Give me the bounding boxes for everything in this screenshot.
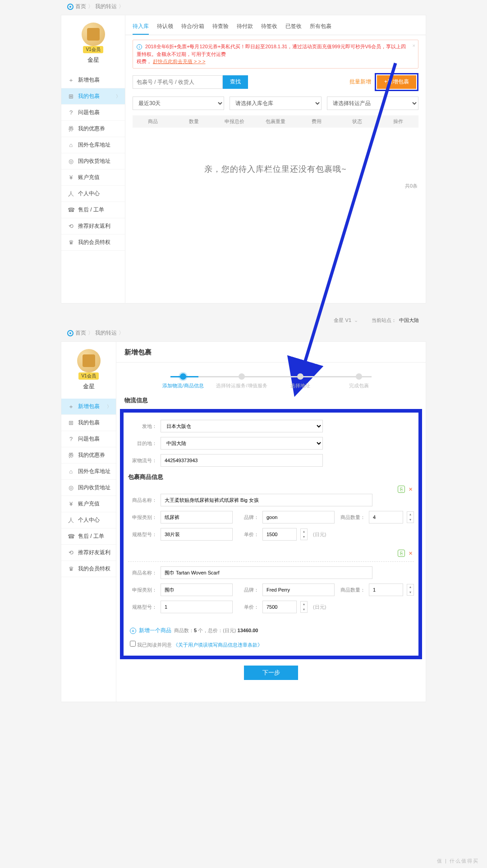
sidebar-item[interactable]: 人个人中心 — [61, 512, 116, 528]
next-button[interactable]: 下一步 — [244, 666, 298, 680]
agree-link[interactable]: 《关于用户填误填写商品信息违章条款》 — [173, 642, 262, 648]
qty-stepper[interactable]: ▴▾ — [407, 511, 414, 523]
sidebar-item[interactable]: ¥账户充值 — [61, 496, 116, 512]
sidebar-item[interactable]: ◎国内收货地址 — [61, 153, 125, 170]
sidebar-item[interactable]: ＋新增包裹〉 — [61, 399, 116, 415]
tracking-input[interactable] — [161, 454, 323, 467]
column-header: 状态 — [337, 118, 378, 125]
menu-icon: ⊞ — [68, 93, 74, 100]
price-input[interactable] — [262, 528, 297, 541]
spec-input[interactable] — [161, 601, 233, 613]
batch-add-link[interactable]: 批量新增 — [349, 78, 371, 86]
sidebar-item[interactable]: 券我的优惠券 — [61, 447, 116, 464]
search-input[interactable] — [133, 75, 223, 89]
add-package-button[interactable]: +新增包裹 — [377, 75, 416, 89]
warehouse-filter[interactable]: 请选择入库仓库 — [230, 96, 321, 110]
sidebar-item-label: 售后 / 工单 — [78, 533, 104, 540]
empty-message: 亲，您的待入库栏位里还没有包裹哦~ — [125, 164, 426, 175]
alert-link[interactable]: 赶快点此前去充值 > > > — [153, 59, 205, 64]
chevron-down-icon[interactable]: ⌄ — [354, 317, 358, 323]
sidebar-item[interactable]: ¥账户充值 — [61, 170, 125, 186]
panel-top: V1会员 金星 ＋新增包裹⊞我的包裹〉?问题包裹券我的优惠券⌂国外仓库地址◎国内… — [61, 15, 426, 303]
menu-icon: 券 — [68, 452, 74, 459]
brand-input[interactable] — [262, 583, 335, 596]
chevron-right-icon: 〉 — [107, 404, 111, 410]
menu-icon: ◎ — [68, 158, 74, 165]
table-header: 商品数量申报总价包裹重量费用状态操作 — [133, 115, 418, 128]
price-input[interactable] — [262, 601, 297, 613]
sidebar-item[interactable]: ☎售后 / 工单 — [61, 202, 125, 218]
brand-input[interactable] — [262, 511, 335, 524]
price-stepper[interactable]: ▴▾ — [300, 528, 308, 540]
sidebar-item[interactable]: ?问题包裹 — [61, 431, 116, 447]
promo-alert: i 2018全年6折+免票+每月120元券+美私代买！即日起至2018.1.31… — [133, 40, 418, 69]
breadcrumb-home[interactable]: 首页 — [75, 3, 86, 10]
user-level: 金星 V1 — [334, 317, 351, 324]
from-select[interactable]: 日本大阪仓 — [161, 420, 323, 432]
sidebar-item[interactable]: ?问题包裹 — [61, 105, 125, 121]
search-button[interactable]: 查找 — [223, 75, 248, 89]
username: 金星 — [61, 382, 116, 390]
menu-icon: ⊞ — [68, 419, 74, 426]
qty-input[interactable] — [369, 511, 403, 524]
section-goods: 包裹商品信息 — [128, 473, 414, 481]
tab[interactable]: 待认领 — [157, 20, 173, 35]
member-badge: V1会员 — [78, 372, 98, 380]
main-area-2: 新增包裹 添加物流/商品信息 选择转运服务/增值服务 选择地址 完成包裹 物流信… — [116, 342, 426, 702]
menu-icon: ☎ — [68, 207, 74, 213]
agree-checkbox[interactable] — [130, 641, 136, 647]
tab[interactable]: 已签收 — [285, 20, 302, 35]
breadcrumb-current[interactable]: 我的转运 — [95, 329, 117, 337]
sidebar-item[interactable]: ◎国内收货地址 — [61, 480, 116, 496]
spec-input[interactable] — [161, 528, 233, 541]
menu-icon: ☎ — [68, 533, 74, 540]
breadcrumb: 首页 〉 我的转运 〉 — [61, 0, 426, 10]
tab[interactable]: 所有包裹 — [310, 20, 331, 35]
sidebar-item[interactable]: ⊞我的包裹 — [61, 415, 116, 431]
item-name-input[interactable] — [161, 494, 372, 506]
tab[interactable]: 待查验 — [212, 20, 229, 35]
sidebar-item-label: 国内收货地址 — [78, 157, 110, 165]
menu-icon: ♛ — [68, 239, 74, 246]
sidebar-header: V1会员 金星 — [61, 15, 125, 69]
avatar — [77, 349, 101, 372]
price-stepper[interactable]: ▴▾ — [300, 601, 308, 613]
close-icon[interactable]: × — [413, 42, 415, 50]
tab[interactable]: 待付款 — [237, 20, 253, 35]
add-item-button[interactable]: + 新增一个商品 商品数：5 个，总价：(日元) 13460.00 — [130, 627, 414, 634]
to-select[interactable]: 中国大陆 — [161, 437, 323, 450]
tab[interactable]: 待签收 — [261, 20, 277, 35]
category-input[interactable] — [161, 583, 233, 596]
copy-icon[interactable]: ⎘ — [398, 486, 405, 493]
item-name-input[interactable] — [161, 566, 372, 579]
sidebar-item[interactable]: ♛我的会员特权 — [61, 561, 116, 577]
sidebar-item[interactable]: ⊞我的包裹〉 — [61, 88, 125, 105]
menu-icon: 人 — [68, 190, 74, 197]
delete-icon[interactable]: ✕ — [407, 550, 414, 557]
menu-icon: ¥ — [68, 501, 74, 507]
tab[interactable]: 待合/分箱 — [181, 20, 204, 35]
qty-stepper[interactable]: ▴▾ — [407, 584, 414, 596]
sidebar-item[interactable]: ⟲推荐好友返利 — [61, 545, 116, 561]
copy-icon[interactable]: ⎘ — [398, 550, 405, 557]
sidebar-item[interactable]: ☎售后 / 工单 — [61, 528, 116, 545]
sidebar-item[interactable]: ⌂国外仓库地址 — [61, 464, 116, 480]
sidebar-item[interactable]: ⟲推荐好友返利 — [61, 218, 125, 234]
category-input[interactable] — [161, 511, 233, 524]
sidebar-item[interactable]: ♛我的会员特权 — [61, 234, 125, 251]
site-label: 当前站点： — [372, 317, 396, 324]
breadcrumb-current[interactable]: 我的转运 — [95, 3, 117, 10]
menu-icon: ⌂ — [68, 468, 74, 475]
tab[interactable]: 待入库 — [133, 20, 149, 35]
qty-input[interactable] — [369, 583, 403, 596]
date-filter[interactable]: 最近30天 — [133, 96, 224, 110]
sidebar-item[interactable]: ⌂国外仓库地址 — [61, 137, 125, 153]
sidebar-item[interactable]: 人个人中心 — [61, 186, 125, 202]
sidebar-item[interactable]: ＋新增包裹 — [61, 72, 125, 88]
sidebar-item[interactable]: 券我的优惠券 — [61, 121, 125, 137]
sidebar-item-label: 我的包裹 — [78, 92, 100, 100]
filter-row: 最近30天 请选择入库仓库 请选择转运产品 — [133, 96, 418, 110]
product-filter[interactable]: 请选择转运产品 — [327, 96, 418, 110]
delete-icon[interactable]: ✕ — [407, 486, 414, 493]
breadcrumb-home[interactable]: 首页 — [75, 329, 86, 337]
